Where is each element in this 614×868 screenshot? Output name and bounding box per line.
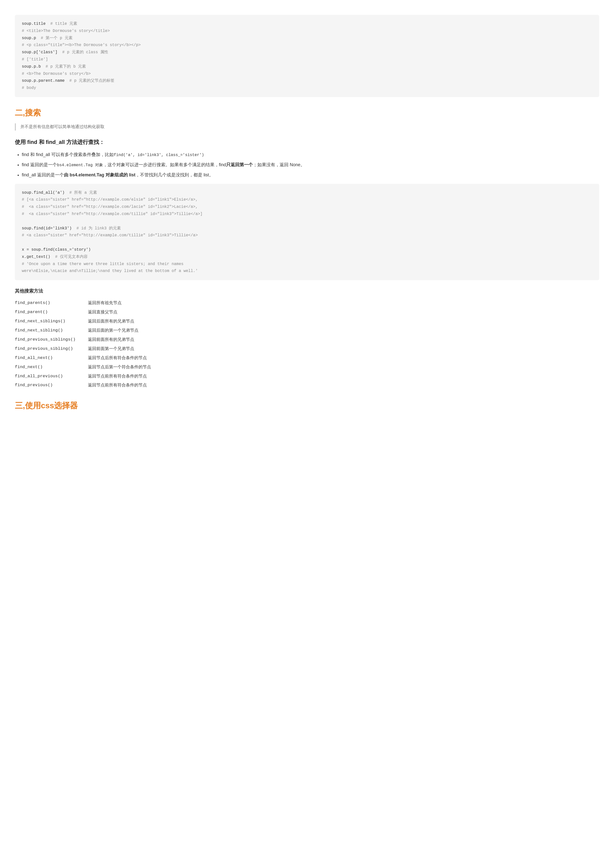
method-name: find_previous_siblings() — [15, 335, 85, 344]
bullet-item-1: find 和 find_all 可以有多个搜索条件叠加，比如find('a', … — [22, 151, 599, 158]
table-row: find_next_siblings()返回后面所有的兄弟节点 — [15, 317, 161, 326]
table-row: find_next()返回节点后第一个符合条件的节点 — [15, 363, 161, 372]
code-block-1: soup.title # title 元素 # <title>The Dormo… — [15, 15, 599, 97]
table-row: find_all_previous()返回节点前所有符合条件的节点 — [15, 372, 161, 381]
method-name: find_next_siblings() — [15, 317, 85, 326]
method-desc: 返回直接父节点 — [85, 308, 161, 317]
subsection-find-heading: 使用 find 和 find_all 方法进行查找： — [15, 138, 599, 147]
table-row: find_next_sibling()返回后面的第一个兄弟节点 — [15, 326, 161, 335]
table-row: find_all_next()返回节点后所有符合条件的节点 — [15, 353, 161, 363]
method-name: find_next() — [15, 363, 85, 372]
section3-heading: 三,使用css选择器 — [15, 399, 599, 412]
method-name: find_parents() — [15, 299, 85, 308]
section2-subtitle: 并不是所有信息都可以简单地通过结构化获取 — [15, 123, 599, 130]
method-desc: 返回所有祖先节点 — [85, 299, 161, 308]
code-line: soup.title # title 元素 # <title>The Dormo… — [22, 22, 141, 90]
method-desc: 返回节点前所有符合条件的节点 — [85, 381, 161, 390]
method-name: find_next_sibling() — [15, 326, 85, 335]
method-desc: 返回节点前所有符合条件的节点 — [85, 372, 161, 381]
table-row: find_parents()返回所有祖先节点 — [15, 299, 161, 308]
method-desc: 返回节点后所有符合条件的节点 — [85, 353, 161, 363]
method-name: find_previous_sibling() — [15, 344, 85, 353]
table-row: find_previous_siblings()返回前面所有的兄弟节点 — [15, 335, 161, 344]
bullet-item-3: find_all 返回的是一个由 bs4.element.Tag 对象组成的 l… — [22, 171, 599, 179]
method-name: find_previous() — [15, 381, 85, 390]
bullet-item-2: find 返回的是一个bs4.element.Tag 对象，这个对象可以进一步进… — [22, 161, 599, 169]
method-desc: 返回节点后第一个符合条件的节点 — [85, 363, 161, 372]
code-block-2: soup.find_all('a') # 所有 a 元素 # [<a class… — [15, 184, 599, 281]
section2-heading: 二,搜索 — [15, 106, 599, 119]
table-row: find_previous()返回节点前所有符合条件的节点 — [15, 381, 161, 390]
method-desc: 返回前面第一个兄弟节点 — [85, 344, 161, 353]
bullet-list: find 和 find_all 可以有多个搜索条件叠加，比如find('a', … — [22, 151, 599, 179]
other-methods-heading: 其他搜索方法 — [15, 287, 599, 295]
methods-table: find_parents()返回所有祖先节点find_parent()返回直接父… — [15, 299, 161, 390]
code-line: soup.find_all('a') # 所有 a 元素 # [<a class… — [22, 191, 203, 273]
method-desc: 返回后面的第一个兄弟节点 — [85, 326, 161, 335]
method-name: find_all_next() — [15, 353, 85, 363]
method-desc: 返回后面所有的兄弟节点 — [85, 317, 161, 326]
table-row: find_previous_sibling()返回前面第一个兄弟节点 — [15, 344, 161, 353]
method-name: find_parent() — [15, 308, 85, 317]
method-name: find_all_previous() — [15, 372, 85, 381]
method-desc: 返回前面所有的兄弟节点 — [85, 335, 161, 344]
table-row: find_parent()返回直接父节点 — [15, 308, 161, 317]
